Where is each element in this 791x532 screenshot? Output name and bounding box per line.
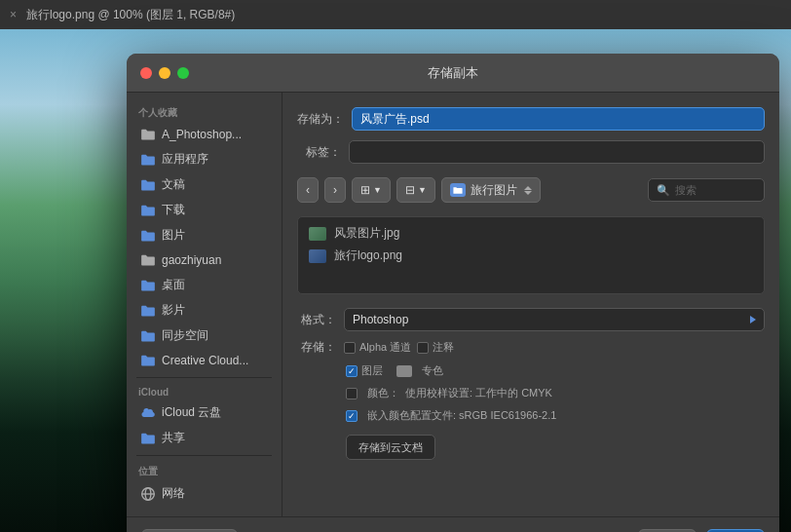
tags-input[interactable] — [349, 140, 765, 164]
ps-title: 旅行logo.png @ 100% (图层 1, RGB/8#) — [26, 7, 235, 23]
toolbar-row: ‹ › ⊞ ▼ ⊟ ▼ 旅行图片 — [297, 177, 765, 203]
table-row[interactable]: 风景图片.jpg — [303, 222, 759, 245]
folder-blue-icon — [140, 353, 156, 368]
file-name: 风景图片.jpg — [334, 225, 399, 242]
forward-icon: › — [333, 183, 337, 197]
sidebar-item-aphotoshop[interactable]: A_Photoshop... — [131, 123, 278, 146]
save-checkboxes: Alpha 通道 注释 — [344, 340, 454, 355]
sidebar-item-label: 共享 — [162, 430, 185, 446]
table-row[interactable]: 旅行logo.png — [303, 245, 759, 267]
location-dropdown[interactable]: 旅行图片 — [441, 177, 541, 203]
expand-collapse-icon — [524, 186, 532, 195]
sidebar-item-gaozhiyuan[interactable]: gaozhiyuan — [131, 248, 278, 272]
layers-checkbox[interactable] — [346, 365, 358, 377]
search-placeholder: 搜索 — [675, 183, 697, 198]
ps-close-btn[interactable]: × — [10, 8, 17, 21]
dialog-title: 存储副本 — [428, 64, 478, 82]
sidebar-item-downloads[interactable]: 下载 — [131, 198, 278, 222]
file-thumbnail — [309, 227, 326, 241]
cloud-save-button[interactable]: 存储到云文档 — [346, 435, 435, 460]
personal-section-label: 个人收藏 — [127, 102, 282, 122]
shared-folder-icon — [140, 431, 156, 446]
format-label: 格式： — [297, 312, 336, 328]
sidebar-item-label: Creative Cloud... — [162, 354, 248, 367]
folder-blue-icon — [140, 177, 156, 193]
format-dropdown[interactable]: Photoshop — [344, 308, 765, 331]
sidebar-item-label: 网络 — [162, 485, 185, 502]
sidebar-item-icloud-drive[interactable]: iCloud 云盘 — [131, 400, 278, 425]
notes-checkbox[interactable] — [417, 342, 429, 354]
color-checkbox[interactable] — [346, 388, 358, 399]
save-copy-dialog: 存储副本 个人收藏 A_Photoshop... 应用程 — [127, 54, 779, 532]
sidebar-item-movies[interactable]: 影片 — [131, 298, 278, 323]
format-value: Photoshop — [353, 313, 408, 326]
save-label: 存储： — [297, 339, 336, 356]
alpha-checkbox[interactable] — [344, 342, 356, 354]
spot-label: 专色 — [422, 363, 443, 378]
folder-blue-icon — [140, 278, 156, 293]
sidebar-item-sync[interactable]: 同步空间 — [131, 323, 278, 348]
grid-icon: ⊞ — [360, 183, 370, 197]
save-as-input[interactable] — [352, 107, 765, 131]
color-option: 使用校样设置: 工作中的 CMYK — [405, 386, 552, 400]
folder-blue-icon — [140, 152, 156, 168]
location-label: 旅行图片 — [471, 182, 517, 199]
search-icon: 🔍 — [657, 184, 670, 197]
file-list: 风景图片.jpg 旅行logo.png — [297, 216, 765, 294]
chevron-down-icon-2: ▼ — [418, 185, 427, 195]
arrange-icon: ⊟ — [405, 183, 415, 197]
ps-titlebar: × 旅行logo.png @ 100% (图层 1, RGB/8#) — [0, 0, 791, 29]
options-area: 格式： Photoshop 存储： Alpha 通道 — [297, 308, 765, 460]
embed-row: 嵌入颜色配置文件: sRGB IEC61966-2.1 — [346, 408, 765, 423]
sidebar-item-shared[interactable]: 共享 — [131, 426, 278, 450]
sidebar-divider — [136, 377, 272, 378]
sidebar-item-label: 同步空间 — [162, 327, 208, 344]
sidebar-divider-2 — [136, 455, 272, 456]
dialog-footer: 新建文件夹 取消 存储 — [127, 516, 779, 532]
save-options-row: 存储： Alpha 通道 注释 — [297, 339, 765, 356]
embed-label: 嵌入颜色配置文件: sRGB IEC61966-2.1 — [367, 408, 556, 423]
sidebar-item-pictures[interactable]: 图片 — [131, 223, 278, 247]
alpha-checkbox-item[interactable]: Alpha 通道 — [344, 340, 411, 355]
sidebar-item-label: iCloud 云盘 — [162, 404, 221, 421]
view-toggle-button[interactable]: ⊞ ▼ — [352, 177, 391, 203]
sidebar-item-label: 桌面 — [162, 277, 185, 293]
save-as-row: 存储为： — [297, 107, 765, 131]
icloud-section-label: iCloud — [127, 383, 282, 399]
back-icon: ‹ — [306, 183, 310, 197]
sidebar-item-label: 下载 — [162, 202, 185, 218]
sidebar-item-label: 图片 — [162, 227, 185, 244]
sidebar-item-creative-cloud[interactable]: Creative Cloud... — [131, 349, 278, 372]
sidebar-item-label: 应用程序 — [162, 151, 208, 168]
forward-button[interactable]: › — [324, 177, 346, 203]
notes-checkbox-item[interactable]: 注释 — [417, 340, 454, 355]
folder-blue-icon — [140, 303, 156, 319]
spot-color-swatch — [396, 365, 412, 377]
notes-label: 注释 — [433, 340, 454, 355]
search-box[interactable]: 🔍 搜索 — [648, 178, 765, 202]
embed-checkbox[interactable] — [346, 410, 358, 422]
sidebar-item-desktop[interactable]: 桌面 — [131, 273, 278, 297]
layers-row: 图层 专色 — [346, 363, 765, 378]
layers-checkbox-item[interactable]: 图层 — [346, 363, 383, 378]
close-button[interactable] — [140, 67, 152, 79]
locations-section-label: 位置 — [127, 461, 282, 480]
traffic-lights — [140, 67, 189, 79]
arrange-button[interactable]: ⊟ ▼ — [396, 177, 435, 203]
layers-label: 图层 — [361, 363, 383, 378]
file-name: 旅行logo.png — [334, 247, 402, 264]
back-button[interactable]: ‹ — [297, 177, 319, 203]
sidebar-item-network[interactable]: 网络 — [131, 481, 278, 506]
folder-blue-icon — [140, 328, 156, 344]
tags-row: 标签： — [297, 140, 765, 164]
network-icon — [140, 486, 156, 502]
sidebar-item-documents[interactable]: 文稿 — [131, 172, 278, 197]
maximize-button[interactable] — [177, 67, 189, 79]
format-row: 格式： Photoshop — [297, 308, 765, 331]
cloud-icon — [140, 405, 156, 421]
sidebar-item-applications[interactable]: 应用程序 — [131, 147, 278, 171]
sidebar: 个人收藏 A_Photoshop... 应用程序 — [127, 93, 282, 516]
minimize-button[interactable] — [159, 67, 170, 79]
tags-label: 标签： — [297, 144, 341, 161]
folder-blue-icon — [140, 228, 156, 244]
